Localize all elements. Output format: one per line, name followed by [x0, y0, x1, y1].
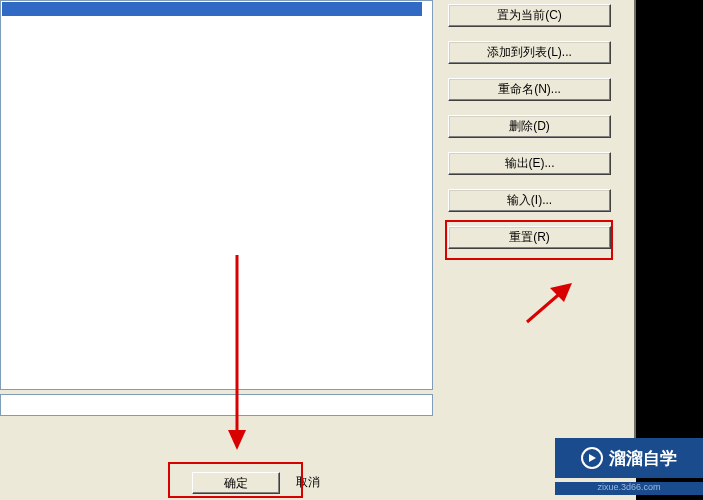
rename-button[interactable]: 重命名(N)...	[448, 78, 611, 101]
ok-button[interactable]: 确定	[192, 472, 280, 494]
watermark-text: 溜溜自学	[609, 447, 677, 470]
cancel-button[interactable]: 取消	[296, 472, 320, 492]
list-box[interactable]	[0, 0, 433, 390]
reset-button[interactable]: 重置(R)	[448, 226, 611, 249]
svg-marker-4	[589, 454, 596, 462]
delete-button[interactable]: 删除(D)	[448, 115, 611, 138]
watermark-url: zixue.3d66.com	[555, 482, 703, 495]
dialog-footer: 确定 取消	[0, 442, 636, 500]
list-selection[interactable]	[2, 2, 422, 16]
export-button[interactable]: 输出(E)...	[448, 152, 611, 175]
watermark-badge: 溜溜自学	[555, 438, 703, 478]
add-to-list-button[interactable]: 添加到列表(L)...	[448, 41, 611, 64]
import-button[interactable]: 输入(I)...	[448, 189, 611, 212]
side-button-panel: 置为当前(C) 添加到列表(L)... 重命名(N)... 删除(D) 输出(E…	[448, 4, 616, 263]
dialog-window: 置为当前(C) 添加到列表(L)... 重命名(N)... 删除(D) 输出(E…	[0, 0, 636, 500]
set-current-button[interactable]: 置为当前(C)	[448, 4, 611, 27]
name-input[interactable]	[0, 394, 433, 416]
play-icon	[581, 447, 603, 469]
